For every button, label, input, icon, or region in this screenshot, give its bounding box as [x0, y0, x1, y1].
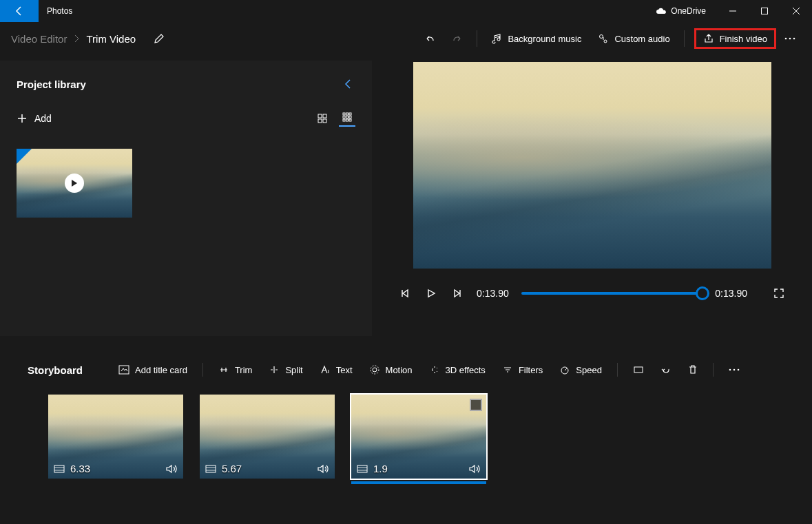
finish-video-label: Finish video — [720, 34, 767, 44]
trim-button[interactable]: Trim — [210, 365, 261, 375]
svg-rect-12 — [349, 113, 351, 115]
back-button[interactable] — [0, 0, 39, 22]
onedrive-label: OneDrive — [671, 6, 706, 16]
title-bar: Photos OneDrive — [0, 0, 812, 22]
clip-checkbox[interactable] — [470, 399, 482, 411]
clip-volume-button[interactable] — [317, 463, 329, 474]
svg-rect-14 — [346, 116, 348, 118]
svg-point-24 — [729, 369, 731, 371]
svg-rect-23 — [634, 367, 643, 373]
custom-audio-button[interactable]: Custom audio — [590, 25, 678, 52]
play-button[interactable] — [424, 289, 438, 298]
onedrive-status[interactable]: OneDrive — [656, 6, 706, 16]
text-button[interactable]: Text — [311, 365, 361, 375]
trash-icon — [688, 364, 698, 375]
preview-panel: 0:13.90 0:13.90 — [372, 55, 812, 353]
svg-rect-27 — [54, 465, 64, 472]
seek-slider[interactable] — [521, 292, 703, 295]
breadcrumb-current[interactable]: Trim Video — [86, 33, 136, 45]
storyboard-clip[interactable]: 5.67 — [200, 395, 335, 479]
window-maximize-button[interactable] — [749, 0, 780, 22]
svg-point-25 — [733, 369, 736, 371]
rotate-button[interactable] — [652, 365, 680, 375]
ellipsis-icon — [729, 368, 740, 371]
3d-effects-button[interactable]: 3D effects — [421, 365, 494, 375]
svg-rect-16 — [343, 119, 345, 121]
motion-icon — [369, 365, 380, 375]
svg-rect-17 — [346, 119, 348, 121]
storyboard-more-button[interactable] — [720, 368, 748, 371]
speed-icon — [559, 365, 570, 375]
breadcrumb-root[interactable]: Video Editor — [11, 33, 67, 45]
library-clip[interactable] — [17, 149, 132, 218]
redo-button[interactable] — [444, 25, 471, 52]
storyboard-title: Storyboard — [28, 364, 83, 376]
clip-volume-button[interactable] — [468, 463, 481, 474]
prev-frame-button[interactable] — [398, 289, 412, 298]
finish-video-button[interactable]: Finish video — [694, 28, 776, 49]
top-toolbar: Video Editor Trim Video Background music… — [0, 22, 812, 55]
text-icon — [320, 365, 331, 375]
custom-audio-label: Custom audio — [614, 34, 669, 44]
add-title-card-label: Add title card — [135, 365, 187, 375]
add-title-card-button[interactable]: Add title card — [110, 365, 196, 375]
storyboard-clips: 6.33 5.67 1.9 — [0, 386, 812, 524]
clip-duration: 6.33 — [70, 463, 90, 474]
preview-video[interactable] — [413, 62, 771, 269]
view-small-button[interactable] — [339, 110, 355, 127]
filters-label: Filters — [519, 365, 543, 375]
motion-button[interactable]: Motion — [361, 365, 421, 375]
more-button[interactable] — [776, 25, 804, 52]
resize-button[interactable] — [625, 365, 652, 375]
ellipsis-icon — [784, 37, 795, 40]
svg-point-3 — [785, 38, 787, 40]
time-current: 0:13.90 — [477, 288, 509, 299]
text-label: Text — [336, 365, 353, 375]
chevron-left-icon — [344, 78, 351, 90]
split-button[interactable]: Split — [260, 365, 311, 375]
film-icon — [357, 465, 368, 473]
volume-icon — [317, 463, 329, 474]
sparkle-icon — [429, 365, 440, 375]
app-title: Photos — [39, 6, 72, 16]
clip-duration: 1.9 — [373, 463, 388, 474]
filters-button[interactable]: Filters — [494, 365, 551, 375]
edit-pencil-icon[interactable] — [154, 33, 165, 44]
time-total: 0:13.90 — [715, 288, 747, 299]
window-minimize-button[interactable] — [717, 0, 749, 22]
svg-point-26 — [738, 369, 740, 371]
svg-rect-13 — [343, 116, 345, 118]
svg-point-5 — [793, 38, 795, 40]
split-label: Split — [285, 365, 302, 375]
background-music-label: Background music — [508, 34, 581, 44]
fullscreen-button[interactable] — [772, 288, 786, 299]
collapse-library-button[interactable] — [340, 74, 355, 94]
plus-icon — [17, 113, 28, 124]
seek-knob[interactable] — [696, 286, 709, 300]
undo-button[interactable] — [416, 25, 444, 52]
svg-rect-11 — [346, 113, 348, 115]
svg-rect-28 — [206, 465, 216, 472]
clip-volume-button[interactable] — [165, 463, 178, 474]
storyboard-clip-selected[interactable]: 1.9 — [351, 395, 486, 479]
video-indicator-icon — [17, 149, 32, 164]
trim-icon — [218, 365, 229, 375]
crop-icon — [633, 365, 644, 375]
project-library-panel: Project library Add — [0, 61, 372, 336]
window-close-button[interactable] — [780, 0, 812, 22]
next-frame-button[interactable] — [450, 289, 464, 298]
filters-icon — [502, 365, 513, 375]
grid-large-icon — [317, 114, 327, 123]
svg-point-4 — [789, 38, 791, 40]
svg-point-1 — [600, 35, 603, 39]
custom-audio-icon — [598, 33, 609, 44]
play-overlay-icon — [65, 174, 84, 193]
storyboard-clip[interactable]: 6.33 — [48, 395, 183, 479]
add-media-button[interactable]: Add — [17, 113, 52, 124]
background-music-button[interactable]: Background music — [483, 25, 590, 52]
view-large-button[interactable] — [314, 110, 331, 127]
speed-button[interactable]: Speed — [551, 365, 610, 375]
3d-effects-label: 3D effects — [446, 365, 486, 375]
delete-button[interactable] — [680, 364, 706, 375]
rotate-icon — [660, 365, 672, 375]
